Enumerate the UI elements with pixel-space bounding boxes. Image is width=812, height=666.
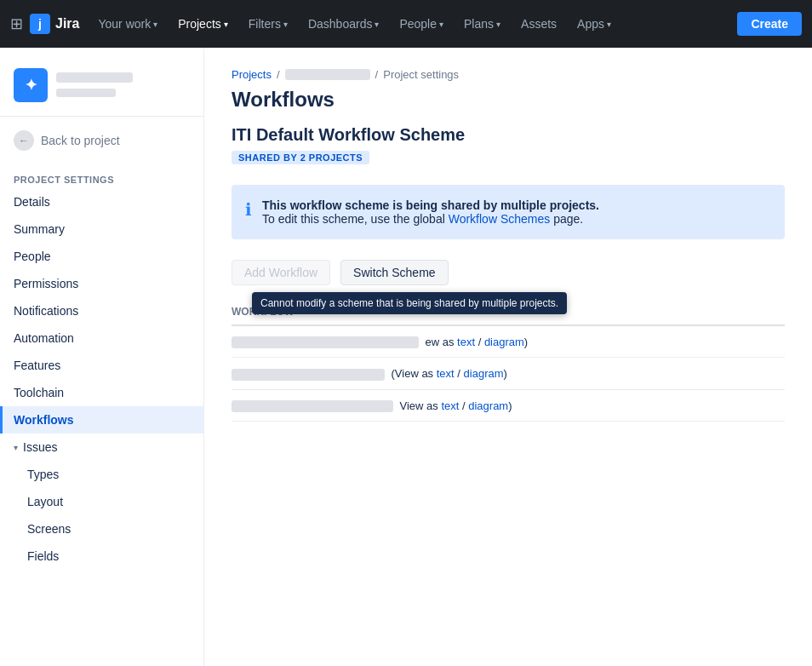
text-link-2[interactable]: text	[437, 367, 455, 380]
create-button[interactable]: Create	[737, 12, 802, 36]
breadcrumb-sep2: /	[375, 68, 379, 81]
table-row: (View as text / diagram)	[232, 358, 785, 389]
workflow-schemes-link[interactable]: Workflow Schemes	[449, 212, 551, 226]
diagram-link-1[interactable]: diagram	[484, 336, 524, 348]
info-body2: page.	[553, 212, 583, 226]
sidebar-item-notifications[interactable]: Notifications	[0, 297, 203, 324]
sidebar-item-fields[interactable]: Fields	[0, 543, 203, 570]
workflow-links-3: View as text / diagram)	[397, 399, 512, 412]
sidebar-section-title: Project settings	[0, 164, 203, 188]
workflow-name-redacted	[232, 336, 419, 348]
breadcrumb-project-name	[285, 69, 370, 80]
info-box: ℹ This workflow scheme is being shared b…	[232, 185, 785, 239]
nav-your-work[interactable]: Your work ▾	[89, 14, 166, 34]
action-buttons: Add Workflow Switch Scheme Cannot modify…	[232, 260, 785, 285]
top-navigation: ⊞ j Jira Your work ▾ Projects ▾ Filters …	[0, 0, 812, 48]
nav-assets[interactable]: Assets	[512, 14, 565, 34]
diagram-link-3[interactable]: diagram	[468, 399, 508, 412]
workflow-name-redacted	[232, 369, 385, 381]
project-header: ✦	[0, 61, 203, 117]
add-workflow-button[interactable]: Add Workflow	[232, 260, 330, 285]
sidebar-item-permissions[interactable]: Permissions	[0, 270, 203, 297]
chevron-down-icon: ▾	[153, 20, 157, 29]
switch-scheme-button[interactable]: Switch Scheme	[340, 260, 448, 285]
sidebar-item-automation[interactable]: Automation	[0, 324, 203, 352]
shared-badge-text: SHARED BY 2 PROJECTS	[238, 152, 363, 163]
workflow-links-2: (View as text / diagram)	[388, 367, 507, 380]
grid-icon[interactable]: ⊞	[10, 14, 23, 33]
breadcrumb-projects-link[interactable]: Projects	[232, 68, 272, 81]
page-layout: ✦ ← Back to project Project settings Det…	[0, 48, 812, 666]
sidebar-item-features[interactable]: Features	[0, 352, 203, 379]
sidebar-item-details[interactable]: Details	[0, 188, 203, 215]
sidebar-item-issues[interactable]: ▾ Issues	[0, 433, 203, 461]
project-type	[56, 85, 133, 99]
info-title: This workflow scheme is being shared by …	[262, 198, 599, 212]
nav-filters[interactable]: Filters ▾	[240, 14, 296, 34]
back-arrow-icon: ←	[14, 130, 34, 151]
text-link-3[interactable]: text	[441, 399, 459, 412]
breadcrumb-settings: Project settings	[383, 68, 459, 81]
sidebar-item-screens[interactable]: Screens	[0, 515, 203, 543]
nav-apps[interactable]: Apps ▾	[569, 14, 620, 34]
sidebar-item-summary[interactable]: Summary	[0, 215, 203, 243]
info-icon: ℹ	[245, 199, 252, 220]
breadcrumb-sep1: /	[277, 68, 280, 81]
nav-projects[interactable]: Projects ▾	[169, 14, 237, 34]
jira-logo[interactable]: j Jira	[30, 14, 79, 34]
sidebar-item-workflows[interactable]: Workflows	[0, 406, 203, 433]
nav-people[interactable]: People ▾	[391, 14, 452, 34]
main-content: Projects / / Project settings Workflows …	[204, 48, 812, 666]
table-row: View as text / diagram)	[232, 389, 785, 421]
chevron-down-icon: ▾	[224, 20, 228, 29]
back-to-project[interactable]: ← Back to project	[0, 123, 203, 158]
info-body: To edit this scheme, use the global Work…	[262, 212, 583, 226]
sidebar-item-layout[interactable]: Layout	[0, 488, 203, 515]
project-icon: ✦	[14, 68, 48, 102]
chevron-down-icon: ▾	[283, 20, 288, 29]
sidebar: ✦ ← Back to project Project settings Det…	[0, 48, 204, 666]
chevron-down-icon: ▾	[439, 20, 443, 29]
tooltip: Cannot modify a scheme that is being sha…	[252, 292, 567, 314]
sidebar-item-types[interactable]: Types	[0, 461, 203, 488]
page-title: Workflows	[232, 88, 785, 112]
nav-dashboards[interactable]: Dashboards ▾	[300, 14, 388, 34]
workflow-links-1: ew as text / diagram)	[422, 336, 528, 348]
project-name	[56, 72, 133, 85]
scheme-name: ITI Default Workflow Scheme	[232, 125, 785, 145]
sidebar-item-toolchain[interactable]: Toolchain	[0, 379, 203, 406]
nav-plans[interactable]: Plans ▾	[455, 14, 509, 34]
chevron-down-icon: ▾	[607, 20, 611, 29]
shared-badge: SHARED BY 2 PROJECTS	[232, 151, 369, 164]
jira-logo-icon: j	[30, 14, 50, 34]
info-text: This workflow scheme is being shared by …	[262, 198, 599, 226]
diagram-link-2[interactable]: diagram	[464, 367, 504, 380]
table-row: ew as text / diagram)	[232, 325, 785, 358]
text-link-1[interactable]: text	[457, 336, 475, 348]
workflow-table: Workflow ew as text / diagram)	[232, 299, 785, 422]
chevron-down-icon: ▾	[14, 443, 18, 452]
sidebar-item-people[interactable]: People	[0, 243, 203, 270]
workflow-name-redacted	[232, 400, 393, 412]
chevron-down-icon: ▾	[375, 20, 379, 29]
chevron-down-icon: ▾	[496, 20, 500, 29]
breadcrumb: Projects / / Project settings	[232, 68, 785, 81]
logo-text: Jira	[55, 16, 79, 32]
